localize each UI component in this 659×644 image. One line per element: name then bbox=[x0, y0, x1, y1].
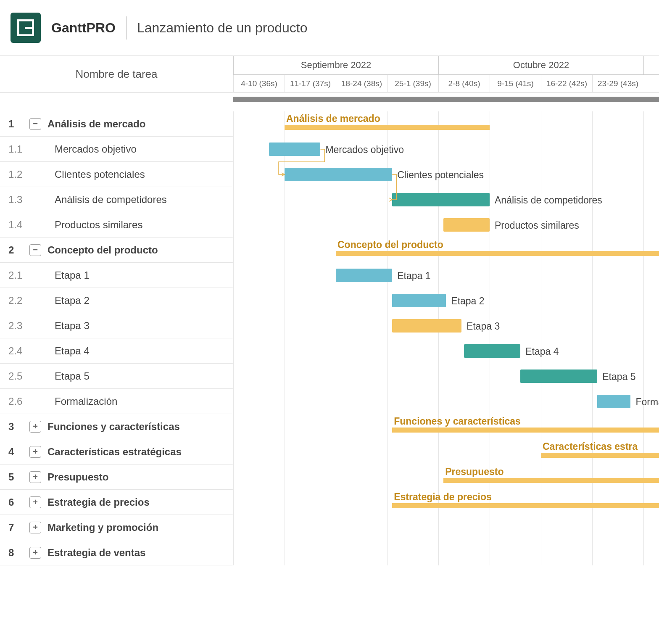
expand-icon[interactable]: + bbox=[29, 446, 41, 458]
chart-row: Etapa 4 bbox=[233, 338, 659, 364]
task-bar-label: Clientes potenciales bbox=[397, 169, 484, 181]
month-header: Octubre 2022 bbox=[438, 56, 643, 74]
task-bar[interactable] bbox=[392, 193, 490, 206]
task-bar[interactable] bbox=[443, 218, 490, 232]
task-number: 6 bbox=[8, 496, 29, 508]
task-label: Etapa 2 bbox=[55, 295, 90, 306]
month-header: Septiembre 2022 bbox=[233, 56, 438, 74]
task-bar-label: Productos similares bbox=[495, 220, 579, 231]
chart-row: Formalización bbox=[233, 389, 659, 414]
task-bar[interactable] bbox=[392, 319, 461, 333]
task-row[interactable]: 1.4Productos similares bbox=[0, 212, 233, 238]
group-bar-label: Funciones y características bbox=[394, 416, 521, 427]
task-bar-label: Mercados objetivo bbox=[325, 144, 404, 156]
task-rows: 1−Análisis de mercado1.1Mercados objetiv… bbox=[0, 111, 233, 565]
chart-row: Etapa 5 bbox=[233, 364, 659, 389]
collapse-icon[interactable]: − bbox=[29, 118, 41, 130]
task-bar[interactable] bbox=[285, 168, 392, 181]
task-number: 2.1 bbox=[8, 269, 29, 281]
task-bar-label: Análisis de competidores bbox=[495, 195, 602, 206]
task-number: 2.5 bbox=[8, 370, 29, 382]
month-header bbox=[643, 56, 659, 74]
task-number: 3 bbox=[8, 421, 29, 433]
chart-row: Estrategia de precios bbox=[233, 490, 659, 515]
task-bar-label: Etapa 5 bbox=[602, 371, 635, 383]
task-bar[interactable] bbox=[392, 294, 446, 307]
expand-icon[interactable]: + bbox=[29, 547, 41, 559]
chart-row: Características estra bbox=[233, 439, 659, 465]
expand-icon[interactable]: + bbox=[29, 496, 41, 508]
task-bar[interactable] bbox=[336, 269, 392, 282]
chart-row: Etapa 1 bbox=[233, 263, 659, 288]
task-label: Etapa 4 bbox=[55, 345, 90, 357]
expand-icon[interactable]: + bbox=[29, 471, 41, 483]
collapse-icon[interactable]: − bbox=[29, 244, 41, 256]
week-header: 23-29 (43s) bbox=[592, 75, 643, 92]
group-bar[interactable] bbox=[443, 478, 659, 483]
task-group-row[interactable]: 6+Estrategia de precios bbox=[0, 490, 233, 515]
task-label: Productos similares bbox=[55, 219, 142, 231]
task-number: 2.3 bbox=[8, 320, 29, 332]
task-label: Análisis de mercado bbox=[47, 118, 145, 130]
task-column-header-label: Nombre de tarea bbox=[75, 68, 157, 81]
task-row[interactable]: 2.6Formalización bbox=[0, 389, 233, 414]
main-grid: Nombre de tarea 1−Análisis de mercado1.1… bbox=[0, 56, 659, 644]
group-bar-label: Concepto del producto bbox=[337, 239, 443, 251]
chart-row: Análisis de mercado bbox=[233, 111, 659, 137]
project-summary-bar[interactable] bbox=[233, 97, 659, 102]
group-bar[interactable] bbox=[392, 503, 659, 508]
task-bar[interactable] bbox=[269, 143, 320, 156]
project-title[interactable]: Lanzamiento de un producto bbox=[137, 20, 308, 36]
group-bar[interactable] bbox=[336, 251, 659, 256]
task-group-row[interactable]: 2−Concepto del producto bbox=[0, 238, 233, 263]
expand-icon[interactable]: + bbox=[29, 522, 41, 533]
group-bar[interactable] bbox=[285, 125, 490, 130]
task-label: Formalización bbox=[55, 396, 117, 407]
task-label: Etapa 5 bbox=[55, 370, 90, 382]
app-root: GanttPRO Lanzamiento de un producto Nomb… bbox=[0, 0, 659, 644]
chart-row: Clientes potenciales bbox=[233, 162, 659, 187]
task-bar-label: Formalización bbox=[636, 396, 659, 408]
task-row[interactable]: 2.1Etapa 1 bbox=[0, 263, 233, 288]
task-number: 2.4 bbox=[8, 345, 29, 357]
group-bar[interactable] bbox=[541, 453, 659, 458]
task-bar-label: Etapa 2 bbox=[451, 296, 484, 307]
task-row[interactable]: 2.3Etapa 3 bbox=[0, 313, 233, 338]
chart-row: Productos similares bbox=[233, 212, 659, 238]
chart-row: Concepto del producto bbox=[233, 238, 659, 263]
group-bar[interactable] bbox=[392, 428, 659, 433]
task-group-row[interactable]: 8+Estrategia de ventas bbox=[0, 540, 233, 565]
task-number: 4 bbox=[8, 446, 29, 458]
app-logo[interactable] bbox=[11, 13, 41, 43]
task-group-row[interactable]: 3+Funciones y características bbox=[0, 414, 233, 439]
task-number: 1.4 bbox=[8, 219, 29, 231]
week-header: 25-1 (39s) bbox=[387, 75, 438, 92]
task-row[interactable]: 1.2Clientes potenciales bbox=[0, 162, 233, 187]
task-row[interactable]: 1.3Análisis de competidores bbox=[0, 187, 233, 212]
task-column-header: Nombre de tarea bbox=[0, 56, 233, 92]
task-bar[interactable] bbox=[464, 344, 520, 358]
task-number: 2.2 bbox=[8, 295, 29, 306]
task-number: 1 bbox=[8, 118, 29, 130]
chart-row: Etapa 3 bbox=[233, 313, 659, 338]
task-group-row[interactable]: 1−Análisis de mercado bbox=[0, 111, 233, 137]
task-bar-label: Etapa 4 bbox=[525, 346, 559, 357]
task-row[interactable]: 2.4Etapa 4 bbox=[0, 338, 233, 364]
header-separator bbox=[126, 16, 127, 40]
task-row[interactable]: 1.1Mercados objetivo bbox=[0, 137, 233, 162]
task-row[interactable]: 2.5Etapa 5 bbox=[0, 364, 233, 389]
group-bar-label: Presupuesto bbox=[445, 466, 503, 478]
task-row[interactable]: 2.2Etapa 2 bbox=[0, 288, 233, 313]
week-header: 9-15 (41s) bbox=[490, 75, 541, 92]
task-bar[interactable] bbox=[520, 370, 597, 383]
task-number: 5 bbox=[8, 471, 29, 483]
task-group-row[interactable]: 5+Presupuesto bbox=[0, 465, 233, 490]
task-group-row[interactable]: 4+Características estratégicas bbox=[0, 439, 233, 465]
expand-icon[interactable]: + bbox=[29, 421, 41, 433]
task-group-row[interactable]: 7+Marketing y promoción bbox=[0, 515, 233, 540]
task-label: Etapa 3 bbox=[55, 320, 90, 332]
task-bar[interactable] bbox=[597, 395, 630, 408]
timeline-panel[interactable]: Septiembre 2022Octubre 2022 4-10 (36s)11… bbox=[233, 56, 659, 644]
task-number: 1.3 bbox=[8, 194, 29, 206]
gantt-chart-area[interactable]: Análisis de mercadoMercados objetivoClie… bbox=[233, 111, 659, 565]
